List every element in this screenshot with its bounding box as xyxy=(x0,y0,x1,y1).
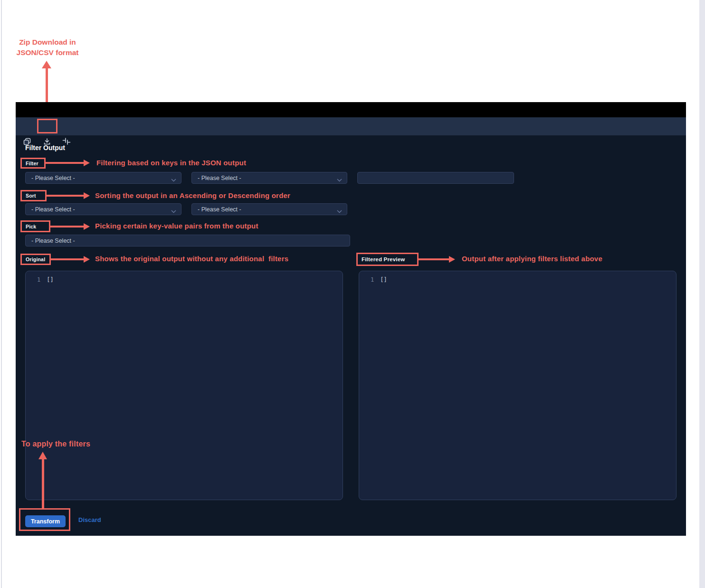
apply-arrow-head xyxy=(38,452,47,459)
editor-code-line: 1[] xyxy=(37,276,54,283)
filter-annotation: Filtering based on keys in the JSON outp… xyxy=(96,159,246,167)
filtered-preview-label-highlight-box: Filtered Preview xyxy=(356,253,419,266)
zip-arrow-head xyxy=(42,61,51,68)
chevron-down-icon xyxy=(171,177,176,183)
original-annotation-arrow xyxy=(51,258,84,260)
sort-order-select[interactable]: - Please Select - xyxy=(191,203,347,215)
sort-label-highlight-box: Sort xyxy=(20,190,47,201)
zip-annotation-line2: JSON/CSV format xyxy=(9,47,86,58)
page-left-border xyxy=(1,0,2,588)
pick-label-highlight-box: Pick xyxy=(20,220,50,232)
sort-key-select-value: - Please Select - xyxy=(31,206,75,213)
page-title: Filter Output xyxy=(25,144,65,152)
original-annotation: Shows the original output without any ad… xyxy=(95,255,288,263)
filter-label-highlight-box: Filter xyxy=(20,158,46,169)
filter-condition-select-value: - Please Select - xyxy=(198,175,241,181)
filtered-preview-label: Filtered Preview xyxy=(362,256,405,262)
sort-annotation: Sorting the output in an Ascending or De… xyxy=(95,191,290,199)
download-highlight-box xyxy=(37,119,57,133)
window-titlebar xyxy=(16,102,686,117)
pick-keys-select-value: - Please Select - xyxy=(31,237,75,244)
original-label-highlight-box: Original xyxy=(20,254,51,265)
pick-label: Pick xyxy=(26,224,36,229)
filter-key-select[interactable]: - Please Select - xyxy=(25,172,181,184)
filter-value-input[interactable] xyxy=(357,172,514,184)
editor-code-line: 1[] xyxy=(371,276,387,283)
line-number: 1 xyxy=(37,276,40,283)
filter-key-select-value: - Please Select - xyxy=(31,175,75,181)
filtered-preview-annotation-arrow xyxy=(419,258,449,260)
pick-keys-select[interactable]: - Please Select - xyxy=(25,235,350,247)
code-content: [] xyxy=(47,276,53,283)
pick-annotation: Picking certain key-value pairs from the… xyxy=(95,222,258,230)
apply-filters-annotation: To apply the filters xyxy=(21,440,90,448)
sort-annotation-arrow xyxy=(47,195,84,197)
sort-label: Sort xyxy=(26,193,36,199)
filtered-preview-annotation: Output after applying filters listed abo… xyxy=(462,255,602,263)
page-right-border xyxy=(699,0,705,588)
filter-condition-select[interactable]: - Please Select - xyxy=(191,172,347,184)
apply-arrow-line xyxy=(42,459,44,508)
transform-button[interactable]: Transform xyxy=(25,515,66,527)
app-window: Filter Output Filter Filtering based on … xyxy=(16,102,686,536)
filter-annotation-arrow xyxy=(46,162,84,164)
discard-link[interactable]: Discard xyxy=(78,516,101,523)
filter-label: Filter xyxy=(26,161,38,166)
zip-download-annotation: Zip Download in JSON/CSV format xyxy=(9,37,86,58)
chevron-down-icon xyxy=(337,208,342,215)
sort-key-select[interactable]: - Please Select - xyxy=(25,203,181,215)
editor-toolbar xyxy=(16,117,686,135)
chevron-down-icon xyxy=(171,208,176,215)
filtered-preview-editor[interactable]: 1[] xyxy=(359,271,676,500)
zip-annotation-line1: Zip Download in xyxy=(9,37,86,47)
original-output-editor[interactable]: 1[] xyxy=(25,271,343,500)
chevron-down-icon xyxy=(337,177,342,183)
original-label: Original xyxy=(26,256,45,262)
line-number: 1 xyxy=(371,276,374,283)
sort-order-select-value: - Please Select - xyxy=(198,206,241,213)
code-content: [] xyxy=(380,276,387,283)
pick-annotation-arrow xyxy=(50,226,84,228)
